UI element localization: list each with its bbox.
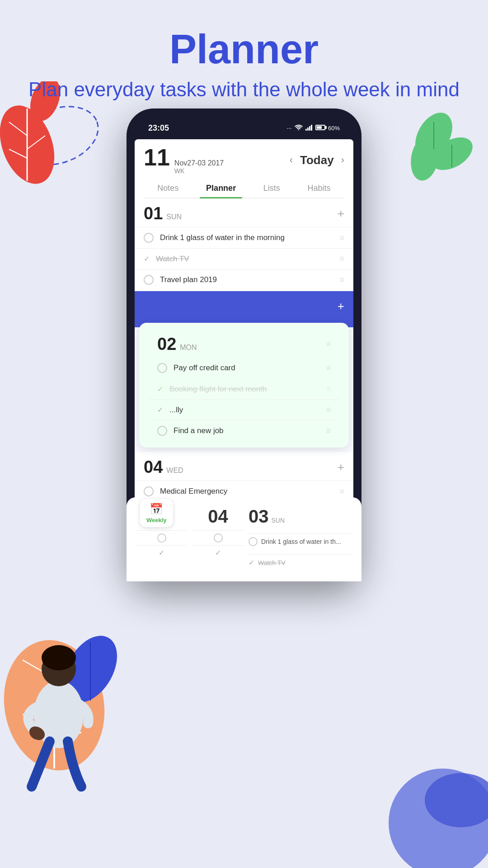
battery-percent: 60% [328, 125, 340, 132]
drag-handle-icon: ≡ [326, 363, 331, 373]
day-01-header: 01 SUN + [135, 198, 353, 227]
tab-habits[interactable]: Habits [301, 179, 337, 198]
scroll-check-done-icon: ✓ [249, 558, 254, 567]
task-item[interactable]: ✓ ...lly ≡ [148, 399, 340, 420]
blue-overlay-section: + [135, 291, 353, 327]
drag-handle-icon: ≡ [326, 340, 331, 349]
day-04-number: 04 [144, 458, 163, 477]
weekly-label: Weekly [146, 517, 167, 524]
scroll-check-icon: ✓ [159, 548, 164, 557]
day-01-add-button[interactable]: + [338, 207, 344, 221]
day-02-label: 02 MON [157, 335, 197, 354]
day-01-section: 01 SUN + Drink 1 glass of water in the m… [135, 198, 353, 290]
task-checkbox[interactable] [157, 426, 167, 436]
task-text-done: Booking flight for next month [169, 385, 319, 394]
drag-handle-icon: ≡ [339, 254, 344, 264]
task-text: Pay off credit card [174, 363, 319, 373]
tab-lists[interactable]: Lists [257, 179, 286, 198]
scroll-task-text: Drink 1 glass of water in th... [261, 538, 341, 545]
signal-icon [305, 124, 313, 132]
today-navigation: ‹ Today › [290, 153, 344, 167]
drag-handle-icon: ≡ [326, 384, 331, 394]
day-02-card: 02 MON ≡ Pay off credit card ≡ ✓ Booking… [139, 323, 349, 448]
checkmark-icon: ✓ [157, 385, 163, 393]
day-04-add-button[interactable]: + [338, 460, 344, 474]
drag-handle-icon: ≡ [326, 426, 331, 436]
scroll-day-04-num: 04 [192, 506, 244, 527]
svg-point-24 [42, 645, 76, 670]
drag-handle-icon: ≡ [326, 405, 331, 415]
task-checkbox[interactable] [144, 275, 154, 285]
next-arrow[interactable]: › [341, 154, 344, 166]
task-checkbox[interactable] [157, 363, 167, 373]
day-04-label: 04 WED [144, 458, 183, 477]
wifi-icon [295, 124, 303, 132]
today-label[interactable]: Today [300, 153, 334, 167]
weekly-icon-button[interactable]: 📅 Weekly [140, 499, 173, 527]
task-checkbox[interactable] [144, 486, 154, 496]
tab-planner[interactable]: Planner [200, 179, 242, 198]
battery-icon [315, 124, 325, 132]
date-details: Nov27-03 2017 WK [174, 159, 224, 175]
plant-right-bottom-decoration [352, 710, 488, 868]
prev-arrow[interactable]: ‹ [290, 154, 293, 166]
drag-handle-icon: ≡ [339, 487, 344, 496]
scroll-checkbox[interactable] [249, 537, 258, 546]
tabs-bar: Notes Planner Lists Habits [144, 179, 344, 198]
add-button-blue[interactable]: + [338, 299, 344, 319]
day-02-header: 02 MON ≡ [148, 329, 340, 358]
scroll-task-text-done: Watch TV [258, 559, 286, 566]
task-item[interactable]: Travel plan 2019 ≡ [135, 269, 353, 290]
day-02-number: 02 [157, 335, 176, 354]
svg-rect-28 [309, 126, 310, 131]
svg-rect-29 [311, 125, 312, 131]
phone-mockup: 23:05 ··· [127, 108, 361, 581]
scroll-reveal-section: 05 ✓ 04 [135, 497, 353, 573]
day-02-name: MON [180, 344, 197, 352]
week-number: 11 [144, 146, 170, 169]
task-text: Drink 1 glass of water in the morning [160, 233, 333, 242]
task-item[interactable]: Drink 1 glass of water in the morning ≡ [135, 227, 353, 248]
plant-right-top-decoration [389, 108, 479, 226]
task-text: Medical Emergency [160, 487, 333, 496]
week-label: WK [174, 167, 224, 175]
app-subtitle: Plan everyday tasks with the whole week … [0, 76, 488, 102]
task-text: ...lly [169, 406, 319, 415]
drag-handle-icon: ≡ [339, 233, 344, 243]
status-bar: 23:05 ··· [135, 117, 353, 139]
header-section: Planner Plan everyday tasks with the who… [0, 0, 488, 102]
task-item[interactable]: ✓ Booking flight for next month ≡ [148, 378, 340, 399]
task-item[interactable]: Pay off credit card ≡ [148, 358, 340, 378]
status-icons: ··· [286, 124, 340, 132]
svg-rect-26 [305, 129, 307, 131]
task-item[interactable]: Find a new job ≡ [148, 420, 340, 441]
checkmark-icon: ✓ [144, 255, 150, 263]
person-illustration [0, 633, 117, 805]
phone-frame: 23:05 ··· [127, 108, 361, 581]
tab-notes[interactable]: Notes [151, 179, 185, 198]
scroll-checkbox[interactable] [214, 533, 223, 542]
task-checkbox[interactable] [144, 233, 154, 243]
app-title: Planner [0, 27, 488, 72]
day-01-name: SUN [166, 213, 182, 221]
scroll-check-icon: ✓ [215, 548, 221, 557]
drag-handle-icon: ≡ [339, 275, 344, 285]
calendar-icon: 📅 [150, 503, 163, 515]
task-text: Find a new job [174, 426, 319, 435]
app-header: 11 Nov27-03 2017 WK ‹ Today › [135, 139, 353, 198]
svg-rect-27 [307, 127, 309, 131]
date-navigation: 11 Nov27-03 2017 WK ‹ Today › [144, 146, 344, 175]
day-01-number: 01 [144, 204, 163, 223]
checkmark-icon: ✓ [157, 406, 163, 414]
scroll-checkbox[interactable] [157, 533, 166, 542]
dots-icon: ··· [286, 124, 292, 132]
task-text: Travel plan 2019 [160, 275, 333, 284]
date-info: 11 Nov27-03 2017 WK [144, 146, 224, 175]
task-item[interactable]: ✓ Watch TV ≡ [135, 248, 353, 269]
scroll-day-03-num: 03 [249, 506, 269, 527]
date-range: Nov27-03 2017 [174, 159, 224, 167]
status-time: 23:05 [148, 123, 169, 133]
scroll-day-03: 03 SUN Drink 1 glass of water in th... ✓… [249, 506, 352, 572]
day-04-header: 04 WED + [135, 452, 353, 481]
scroll-day-03-name: SUN [272, 517, 285, 524]
